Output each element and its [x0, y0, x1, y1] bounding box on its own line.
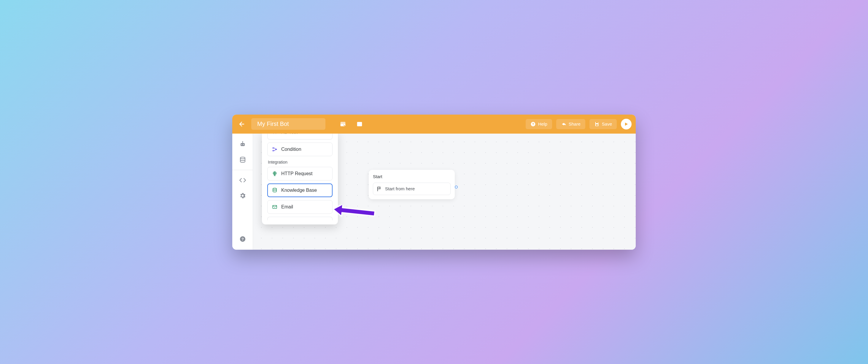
question-circle-icon: ?: [239, 236, 246, 242]
svg-text:{x}: {x}: [358, 122, 362, 125]
play-icon: [624, 122, 629, 127]
titlebar: My First Bot {x} ? Help Share Save: [232, 115, 636, 134]
gear-icon: [239, 192, 246, 199]
back-button[interactable]: [237, 119, 247, 130]
palette-item-label: AB Test: [281, 134, 298, 135]
arrow-left-icon: [238, 120, 245, 128]
svg-rect-7: [596, 124, 598, 125]
share-label: Share: [569, 121, 581, 127]
sidebar: ?: [232, 134, 253, 250]
palette-item-label: HTTP Request: [281, 171, 313, 176]
sidebar-item-code[interactable]: [236, 174, 249, 187]
sidebar-item-bot[interactable]: [236, 138, 249, 151]
save-button[interactable]: Save: [589, 119, 617, 129]
palette-item-label: Condition: [281, 147, 301, 152]
branch-icon: [272, 146, 278, 152]
save-icon: [594, 121, 599, 127]
robot-icon: [239, 141, 246, 148]
start-node-title: Start: [373, 174, 451, 179]
note-icon: [340, 121, 346, 128]
svg-text:?: ?: [532, 122, 534, 125]
app-window: My First Bot {x} ? Help Share Save: [232, 115, 636, 250]
palette-section-integration: Integration: [268, 160, 333, 165]
svg-marker-23: [333, 205, 375, 219]
flag-icon: [377, 186, 382, 192]
sidebar-item-data[interactable]: [236, 153, 249, 166]
braces-x-icon: {x}: [356, 121, 363, 128]
database-icon: [272, 187, 278, 193]
play-button[interactable]: [621, 119, 631, 130]
flow-canvas[interactable]: AB Test Condition Integration HTTP Reque…: [253, 134, 636, 250]
annotation-arrow-icon: [333, 205, 381, 223]
app-body: ? AB Test Condition Integr: [232, 134, 636, 250]
svg-text:?: ?: [242, 236, 244, 241]
code-icon: [239, 177, 246, 184]
bot-title-input[interactable]: My First Bot: [251, 118, 326, 130]
block-palette: AB Test Condition Integration HTTP Reque…: [262, 134, 338, 224]
palette-item-knowledge-base[interactable]: Knowledge Base: [267, 184, 333, 197]
svg-point-10: [241, 144, 242, 145]
svg-point-11: [243, 144, 244, 145]
svg-point-21: [273, 188, 277, 190]
svg-marker-8: [625, 122, 628, 125]
palette-item-condition[interactable]: Condition: [267, 142, 333, 156]
note-button[interactable]: [339, 120, 347, 129]
palette-item-ab-test[interactable]: AB Test: [267, 134, 333, 140]
mail-icon: [272, 204, 278, 210]
palette-item-http-request[interactable]: HTTP Request: [267, 167, 333, 180]
variables-button[interactable]: {x}: [355, 120, 364, 129]
svg-point-14: [240, 157, 245, 159]
start-node-label: Start from here: [385, 186, 415, 191]
palette-item-email[interactable]: Email: [267, 200, 333, 214]
start-node[interactable]: Start Start from here: [369, 170, 455, 199]
start-node-output-port[interactable]: [455, 186, 458, 189]
sidebar-item-settings[interactable]: [236, 189, 249, 202]
palette-item-label: Knowledge Base: [281, 188, 317, 193]
database-icon: [239, 156, 246, 163]
start-node-row[interactable]: Start from here: [373, 183, 451, 195]
share-button[interactable]: Share: [556, 119, 585, 129]
palette-item-more[interactable]: [267, 217, 333, 220]
help-icon: ?: [530, 121, 536, 127]
help-label: Help: [538, 121, 547, 127]
share-icon: [561, 121, 566, 127]
palette-item-label: Email: [281, 204, 293, 209]
sidebar-item-help[interactable]: ?: [236, 232, 249, 246]
svg-point-13: [242, 141, 243, 142]
globe-icon: [272, 171, 278, 177]
svg-rect-6: [596, 122, 598, 123]
help-button[interactable]: ? Help: [526, 119, 552, 129]
sidebar-divider: [232, 170, 253, 170]
svg-rect-9: [241, 143, 245, 146]
split-icon: [272, 134, 278, 135]
save-label: Save: [602, 121, 612, 127]
